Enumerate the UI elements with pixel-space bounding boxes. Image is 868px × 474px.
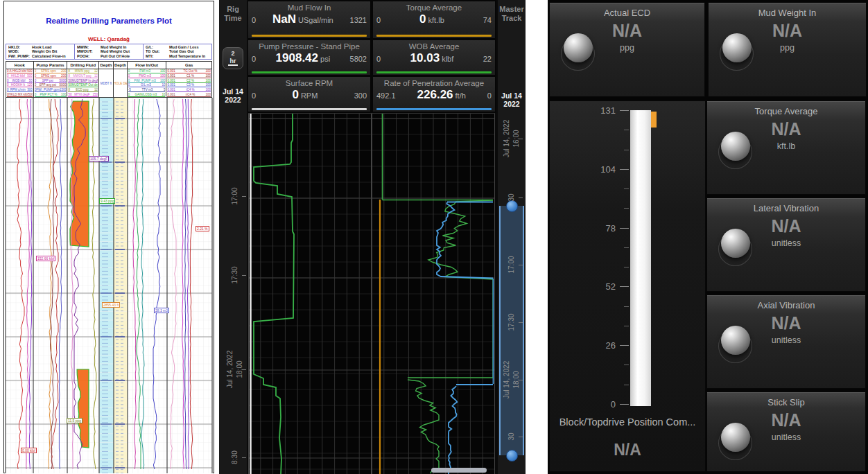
scale-row: 50MUDTEMP In degF150	[68, 79, 98, 83]
scale-row: 0SPP avg psi5000	[35, 83, 67, 87]
gauge-pump-pressure[interactable]: Pump Pressure - Stand Pipe 0 1908.42psi …	[248, 40, 370, 75]
time-axis-tick	[519, 380, 523, 380]
gauge-max: 5802	[350, 55, 367, 63]
scale-row: 0G/L m310	[128, 83, 166, 87]
legend-abbr: MTI:	[146, 54, 169, 58]
time-axis-tick	[519, 265, 523, 265]
drilling-dashboard: Realtime Drilling Parameters Plot WELL: …	[0, 0, 868, 474]
scale-table-header: HookPump ParamsDrilling FluidDepthDepthF…	[6, 62, 211, 69]
gauge-tick-major	[620, 110, 629, 111]
curve-value-label: 2.21 %	[196, 226, 209, 231]
gauge-tick-minor	[624, 130, 629, 130]
tile-title: Torque Average	[707, 106, 865, 116]
interval-2hr-button[interactable]: 2 hr	[223, 47, 243, 69]
scale-row: 50MUDTEMP Out degF150	[68, 83, 98, 87]
legend-abbr: POOH:	[77, 54, 101, 58]
tile-stick-slip[interactable]: Stick Slip N/A unitless	[706, 392, 866, 472]
tile-torque-average[interactable]: Torque Average N/A kft.lb	[706, 100, 866, 195]
gauge-mud-flow-in[interactable]: Mud Flow In 0 NaNUSgal/min 1321	[248, 1, 370, 38]
gauge-bar-orange	[252, 35, 367, 37]
gauge-title: Pump Pressure - Stand Pipe	[252, 42, 367, 51]
scale-row: 0SPM1 spm200	[35, 69, 67, 73]
scale-row: HOLE DEPTH ft	[114, 82, 127, 85]
time-axis-tick	[242, 369, 246, 370]
gauge-tick-major	[620, 404, 629, 405]
scale-row: 0FWI m3100	[128, 69, 166, 73]
legend-box: HKLD:Hook Load WOB:Weight On Bit FWI_PUM…	[6, 44, 212, 60]
gauge-tick-minor	[624, 306, 629, 307]
gauge-tick-label: 26	[588, 340, 616, 351]
scale-row: 0HKLD MX klbf500	[7, 93, 33, 97]
legend-column: G/L:Mud Gain / Loss TG Out:Total Gas Out…	[144, 44, 211, 59]
well-name-label: WELL: Qaradağ	[4, 36, 214, 42]
curve-value-label: 105.7 degF	[89, 156, 109, 161]
gauge-tick-label: 104	[588, 164, 616, 174]
gauge-tick-label: 0	[588, 399, 616, 410]
gauge-header: Mud Flow In 0 NaNUSgal/min 1321 Torque A…	[248, 0, 496, 113]
curve-value-label: 28.3 m3	[154, 308, 169, 313]
track-header: Gas	[166, 62, 211, 69]
gauge-value: 0	[292, 88, 298, 101]
gauge-title: Surface RPM	[252, 78, 367, 88]
gauge-title: WOB Average	[376, 42, 492, 51]
gauge-tick-minor	[624, 385, 629, 385]
scale-column: 0FWI m31000FWO m31000FWI_PUMP m31000G/L …	[128, 69, 167, 97]
well-log-plot: 152.66 klbf105.7 degF9.43 ppg2855.43 ft2…	[5, 98, 213, 473]
gauge-rop-average[interactable]: Rate of Penetration Average 492.1 226.26…	[373, 77, 495, 112]
selection-handle-bottom[interactable]	[506, 450, 518, 462]
gauge-unit: ft/h	[455, 91, 466, 100]
tile-actual-ecd[interactable]: Actual ECD N/A ppg	[549, 2, 705, 97]
track-header: Depth	[114, 62, 128, 69]
tile-title: Mud Weight In	[709, 8, 866, 18]
gauge-tick-minor	[624, 267, 629, 267]
time-axis-label: 30	[507, 432, 515, 440]
gauge-wob-average[interactable]: WOB Average 0 10.03klbf 22	[373, 40, 495, 75]
legend-name: Pull Out Of Hole	[101, 54, 130, 58]
tile-axial-vibration[interactable]: Axial Vibration N/A unitless	[706, 295, 866, 389]
interval-value: 2	[231, 50, 234, 57]
scale-row: 0.001TG Out %100	[167, 69, 211, 73]
time-axis-label: 17:30	[507, 313, 515, 331]
time-axis-label: 17:30	[231, 266, 238, 283]
tile-title: Lateral Vibration	[707, 203, 865, 213]
gauge-unit: klbf	[442, 55, 453, 63]
time-axis-label: 17:00	[507, 256, 515, 273]
gauge-tick-label: 52	[588, 281, 616, 292]
gauge-bar-green	[252, 71, 367, 73]
track-header: Depth	[99, 62, 114, 69]
master-track-label: Master Track	[498, 5, 526, 23]
gauge-tick-minor	[624, 326, 629, 326]
time-axis-tick	[242, 275, 246, 276]
horizontal-scrollbar[interactable]	[431, 468, 487, 473]
status-sphere-icon	[722, 33, 752, 62]
scale-row: 0GAIN/LOSS m310	[128, 93, 166, 97]
tile-title: Stick Slip	[707, 397, 865, 407]
master-track-rail: Master Track Jul 14 2022	[498, 0, 526, 474]
page-title: Realtime Drilling Parameters Plot	[4, 17, 214, 25]
gauge-value: N/A	[550, 441, 705, 459]
gauge-surface-rpm[interactable]: Surface RPM 0 0RPM 300	[248, 77, 370, 112]
tile-mud-weight-in[interactable]: Mud Weight In N/A ppg	[708, 2, 867, 97]
time-axis-tick	[519, 139, 523, 139]
tile-lateral-vibration[interactable]: Lateral Vibration N/A unitless	[706, 198, 866, 292]
gauge-min: 0	[252, 55, 256, 63]
rig-time-date: Jul 14 2022	[219, 87, 247, 104]
gauge-torque-average[interactable]: Torque Average 0 0kft.lb 74	[373, 1, 495, 38]
scale-row: 0SPP psi5000	[35, 79, 67, 83]
gauge-value: 1908.42	[276, 51, 318, 64]
master-track-date: Jul 14 2022	[498, 91, 526, 108]
curve-value-label: 152.66 klbf	[36, 256, 55, 261]
track-header: Drilling Fluid	[67, 62, 99, 69]
selection-handle-top[interactable]	[506, 200, 518, 212]
gauge-tick-minor	[624, 150, 629, 150]
time-axis-label: Jul 14, 2022	[503, 120, 510, 158]
gauge-unit: USgal/min	[298, 16, 333, 24]
gauge-tick-label: 78	[588, 222, 616, 233]
curve-scale-table: HookPump ParamsDrilling FluidDepthDepthF…	[6, 61, 212, 98]
gauge-tick-major	[620, 345, 629, 346]
legend-name: Mud Temperature In	[169, 54, 205, 58]
status-sphere-icon	[564, 33, 593, 62]
status-sphere-icon	[721, 229, 750, 258]
scale-column: 8MWIN ppg128MWOUT ppg1250MUDTEMP In degF…	[67, 69, 99, 97]
parameter-tiles-panel: Actual ECD N/A ppg Mud Weight In N/A ppg…	[548, 0, 868, 474]
